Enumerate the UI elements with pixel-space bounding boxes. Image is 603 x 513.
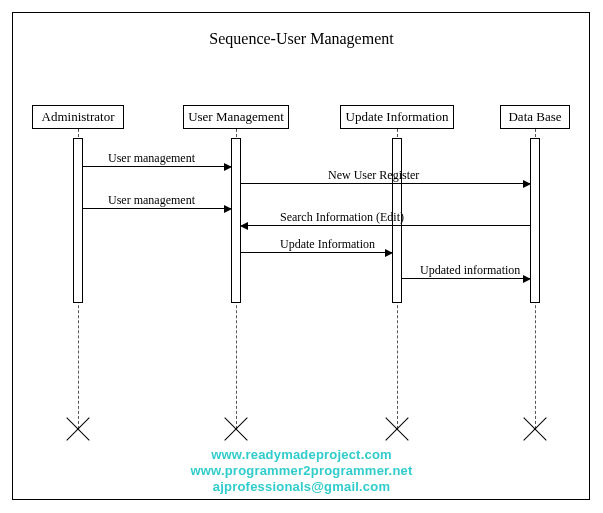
sequence-diagram: Sequence-User Management Administrator U…	[0, 0, 603, 513]
arrowhead-icon	[240, 222, 248, 230]
participant-update-information: Update Information	[340, 105, 454, 129]
msg-search-information-edit	[241, 225, 530, 226]
arrowhead-icon	[523, 180, 531, 188]
participant-database: Data Base	[500, 105, 570, 129]
msg-updated-information	[402, 278, 530, 279]
msg-label-user-management-1: User management	[108, 151, 195, 166]
watermark-line-1: www.readymadeproject.com	[0, 447, 603, 462]
msg-new-user-register	[241, 183, 530, 184]
participant-administrator: Administrator	[32, 105, 124, 129]
msg-user-management-1	[83, 166, 231, 167]
msg-update-information	[241, 252, 392, 253]
msg-label-updated-information: Updated information	[420, 263, 520, 278]
activation-user-management	[231, 138, 241, 303]
msg-user-management-2	[83, 208, 231, 209]
arrowhead-icon	[523, 275, 531, 283]
msg-label-new-user-register: New User Register	[328, 168, 419, 183]
arrowhead-icon	[385, 249, 393, 257]
activation-database	[530, 138, 540, 303]
msg-label-search-information-edit: Search Information (Edit)	[280, 210, 404, 225]
msg-label-user-management-2: User management	[108, 193, 195, 208]
diagram-title: Sequence-User Management	[0, 30, 603, 48]
arrowhead-icon	[224, 205, 232, 213]
arrowhead-icon	[224, 163, 232, 171]
msg-label-update-information: Update Information	[280, 237, 375, 252]
diagram-frame	[12, 12, 590, 500]
watermark-line-3: ajprofessionals@gmail.com	[0, 479, 603, 494]
participant-user-management: User Management	[183, 105, 289, 129]
activation-administrator	[73, 138, 83, 303]
watermark-line-2: www.programmer2programmer.net	[0, 463, 603, 478]
